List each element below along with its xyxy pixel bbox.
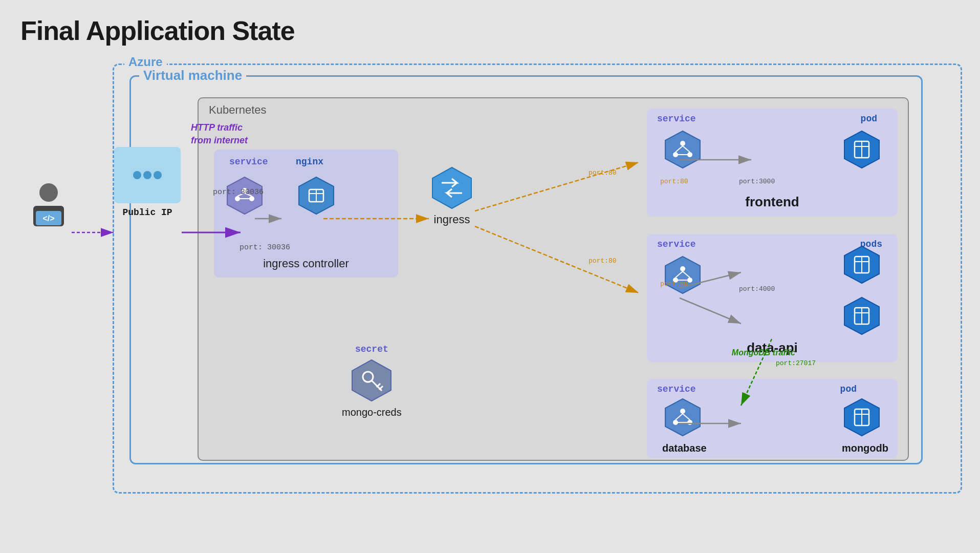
page: Final Application State </> Azure Virtua… [0, 0, 980, 553]
svg-point-17 [680, 141, 685, 146]
public-ip-label: Public IP [114, 207, 181, 218]
dataapi-port80-label: port:80 [589, 257, 617, 265]
database-service-icon [662, 397, 703, 440]
svg-marker-42 [665, 399, 700, 436]
svg-point-43 [680, 409, 685, 414]
svg-point-0 [39, 183, 58, 202]
user-figure: </> [26, 181, 72, 235]
ingress-icon-group: ingress [429, 165, 475, 226]
ingress-nginx-label: nginx [296, 157, 323, 167]
database-label: database [662, 442, 707, 454]
svg-marker-15 [432, 167, 471, 208]
diagram-area: </> Azure Virtual machine Kubernetes ser… [20, 58, 960, 519]
svg-marker-27 [665, 257, 700, 293]
dataapi-service-label: service [657, 239, 696, 249]
secret-label: secret [355, 344, 388, 354]
mongodb-port-label: port:27017 [776, 359, 816, 367]
frontend-pod-label: pod [861, 114, 877, 124]
frontend-pod-icon [841, 129, 882, 172]
ingress-service-label: service [229, 157, 268, 167]
ingress-service-icon [224, 175, 265, 218]
page-title: Final Application State [20, 15, 960, 46]
secret-group: secret mongo-creds [342, 344, 402, 418]
svg-point-72 [143, 171, 151, 179]
frontend-service-label: service [657, 114, 696, 124]
ingress-port-label: port: 30036 [239, 243, 290, 252]
dataapi-service-icon [662, 254, 703, 297]
public-ip-box [114, 147, 181, 203]
database-pod-label: pod [840, 384, 857, 394]
svg-point-71 [133, 171, 141, 179]
dataapi-port-service: port:80 [660, 280, 688, 288]
svg-marker-16 [665, 131, 700, 168]
mongodb-pod-icon [841, 397, 882, 440]
svg-point-28 [680, 266, 685, 271]
vm-box: Virtual machine Kubernetes service nginx [129, 75, 923, 464]
mongodb-label: mongodb [842, 442, 888, 454]
svg-text:</>: </> [42, 214, 54, 223]
dataapi-pod1-icon [841, 244, 882, 287]
dataapi-pod2-icon [841, 295, 882, 338]
azure-label: Azure [124, 55, 167, 69]
frontend-port80-label: port:80 [589, 169, 617, 177]
ingress-controller-label: ingress controller [214, 257, 398, 270]
svg-point-73 [154, 171, 162, 179]
frontend-port-pod: port:3000 [739, 178, 775, 185]
database-service-label: service [657, 384, 696, 394]
ingress-port-bottom-label: port: 30036 [213, 188, 264, 197]
k8s-label: Kubernetes [209, 103, 267, 117]
frontend-label: frontend [647, 194, 898, 210]
dataapi-box: service pods [647, 234, 898, 362]
ingress-controller-box: service nginx [214, 150, 398, 278]
http-traffic-label: HTTP traffic from internet [191, 121, 248, 147]
nginx-icon [296, 175, 337, 218]
ingress-label: ingress [434, 213, 470, 226]
frontend-service-icon [662, 129, 703, 172]
frontend-box: service pod [647, 109, 898, 216]
mongodb-traffic-label: MongoDB traffic [732, 348, 795, 357]
dataapi-port-pod: port:4000 [739, 285, 775, 293]
vm-label: Virtual machine [139, 68, 246, 83]
secret-mongo-creds-label: mongo-creds [342, 407, 402, 418]
database-box: service pod [647, 379, 898, 458]
azure-box: Azure Virtual machine Kubernetes service… [113, 63, 962, 494]
k8s-box: Kubernetes service nginx [198, 97, 909, 461]
frontend-port-service: port:80 [660, 178, 688, 185]
